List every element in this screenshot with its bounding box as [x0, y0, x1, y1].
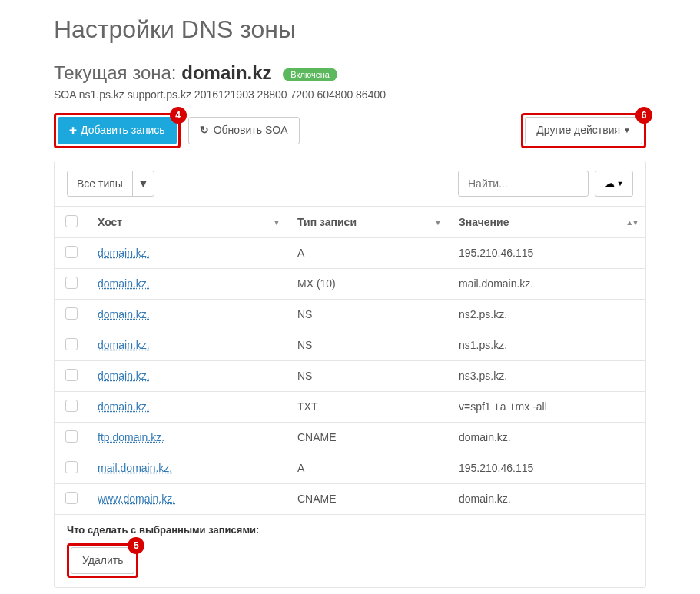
host-link[interactable]: domain.kz. [98, 277, 150, 290]
record-value: ns2.ps.kz. [450, 299, 645, 330]
host-link[interactable]: domain.kz. [98, 400, 150, 413]
table-row: www.domain.kz.CNAMEdomain.kz. [55, 483, 645, 514]
plus-icon [69, 123, 81, 138]
host-link[interactable]: domain.kz. [98, 247, 150, 259]
table-row: domain.kz.MX (10)mail.domain.kz. [55, 268, 645, 299]
export-button[interactable]: ☁ ▼ [595, 171, 633, 197]
callout-badge-5: 5 [128, 537, 144, 554]
highlight-other: 6 Другие действия▼ [521, 113, 646, 148]
record-type: NS [288, 299, 450, 330]
add-record-button[interactable]: Добавить запись [58, 117, 177, 144]
sort-icon: ▲▼ [625, 218, 638, 227]
record-type: CNAME [288, 483, 450, 514]
row-checkbox[interactable] [65, 400, 78, 412]
row-checkbox[interactable] [65, 338, 78, 350]
highlight-delete: 5 Удалить [67, 543, 138, 579]
panel-filter-bar: Все типы ▼ ☁ ▼ [55, 161, 645, 207]
record-value: v=spf1 +a +mx -all [450, 391, 645, 422]
table-row: mail.domain.kz.A195.210.46.115 [55, 453, 645, 483]
record-type: CNAME [288, 422, 450, 453]
soa-line: SOA ns1.ps.kz support.ps.kz 2016121903 2… [54, 88, 646, 101]
host-link[interactable]: domain.kz. [98, 370, 150, 382]
type-filter-select[interactable]: Все типы ▼ [67, 171, 154, 197]
zone-domain: domain.kz [181, 62, 271, 83]
bulk-actions: Что сделать с выбранными записями: 5 Уда… [55, 514, 645, 588]
bulk-label: Что сделать с выбранными записями: [67, 524, 633, 536]
row-checkbox[interactable] [65, 492, 78, 504]
caret-down-icon: ▼ [132, 171, 154, 196]
sort-icon: ▼ [434, 218, 442, 227]
record-value: domain.kz. [450, 422, 645, 453]
record-value: domain.kz. [450, 483, 645, 514]
refresh-soa-button[interactable]: Обновить SOA [188, 117, 300, 144]
record-value: mail.domain.kz. [450, 268, 645, 299]
record-value: 195.210.46.115 [450, 237, 645, 268]
record-type: A [288, 453, 450, 483]
record-type: NS [288, 360, 450, 391]
host-link[interactable]: mail.domain.kz. [98, 462, 172, 474]
records-panel: Все типы ▼ ☁ ▼ Хост▼ Тип записи▼ Значени… [54, 161, 646, 589]
toolbar: 4 Добавить запись Обновить SOA 6 Другие … [54, 113, 646, 148]
record-type: TXT [288, 391, 450, 422]
search-input[interactable] [458, 171, 589, 197]
record-type: NS [288, 330, 450, 360]
col-header-checkbox [55, 207, 88, 237]
record-value: ns1.ps.kz. [450, 330, 645, 360]
col-header-host[interactable]: Хост▼ [88, 207, 288, 237]
record-value: ns3.ps.kz. [450, 360, 645, 391]
delete-button[interactable]: Удалить [71, 547, 134, 575]
other-actions-button[interactable]: Другие действия▼ [525, 117, 642, 144]
zone-heading: Текущая зона: domain.kz Включена [54, 62, 646, 84]
refresh-icon [200, 123, 214, 138]
sort-icon: ▼ [273, 218, 280, 227]
other-actions-label: Другие действия [536, 123, 620, 138]
row-checkbox[interactable] [65, 430, 78, 443]
add-record-label: Добавить запись [81, 123, 165, 138]
caret-down-icon: ▼ [623, 125, 631, 136]
table-row: domain.kz.NSns2.ps.kz. [55, 299, 645, 330]
host-link[interactable]: ftp.domain.kz. [98, 431, 164, 443]
status-badge: Включена [283, 68, 337, 81]
callout-badge-4: 4 [170, 107, 187, 124]
record-type: A [288, 237, 450, 268]
record-value: 195.210.46.115 [450, 453, 645, 483]
records-table: Хост▼ Тип записи▼ Значение▲▼ domain.kz.A… [55, 207, 645, 514]
select-all-checkbox[interactable] [65, 215, 78, 227]
table-row: domain.kz.TXTv=spf1 +a +mx -all [55, 391, 645, 422]
col-header-type[interactable]: Тип записи▼ [288, 207, 450, 237]
table-row: ftp.domain.kz.CNAMEdomain.kz. [55, 422, 645, 453]
row-checkbox[interactable] [65, 461, 78, 473]
delete-label: Удалить [82, 553, 123, 569]
row-checkbox[interactable] [65, 369, 78, 381]
zone-prefix: Текущая зона: [54, 62, 181, 83]
row-checkbox[interactable] [65, 277, 78, 289]
type-filter-label: Все типы [68, 178, 132, 190]
table-row: domain.kz.NSns1.ps.kz. [55, 330, 645, 360]
refresh-soa-label: Обновить SOA [214, 123, 288, 138]
row-checkbox[interactable] [65, 246, 78, 258]
page-title: Настройки DNS зоны [54, 15, 646, 44]
table-row: domain.kz.A195.210.46.115 [55, 237, 645, 268]
host-link[interactable]: www.domain.kz. [98, 493, 175, 505]
callout-badge-6: 6 [635, 107, 652, 124]
caret-down-icon: ▼ [617, 180, 624, 187]
row-checkbox[interactable] [65, 307, 78, 320]
col-header-value[interactable]: Значение▲▼ [450, 207, 645, 237]
table-row: domain.kz.NSns3.ps.kz. [55, 360, 645, 391]
cloud-upload-icon: ☁ [605, 178, 615, 189]
highlight-add: 4 Добавить запись [54, 113, 181, 148]
host-link[interactable]: domain.kz. [98, 308, 150, 320]
record-type: MX (10) [288, 268, 450, 299]
host-link[interactable]: domain.kz. [98, 339, 150, 351]
